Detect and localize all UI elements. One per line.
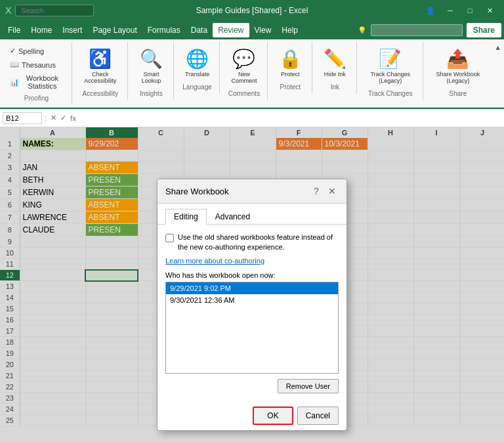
minimize-btn[interactable]: ─ (441, 4, 459, 17)
users-list-box[interactable]: 9/29/2021 9:02 PM 9/30/2021 12:36 AM (165, 282, 339, 374)
menu-review[interactable]: Review (213, 23, 249, 37)
thesaurus-icon: 📖 (10, 60, 19, 69)
name-box[interactable] (3, 112, 42, 124)
ribbon-proofing-group: ✓ Spelling 📖 Thesaurus 📊 Workbook Statis… (1, 42, 72, 104)
window-controls: 👤 ─ □ ✕ (421, 4, 499, 17)
ribbon-language-group: 🌐 Translate Language (175, 42, 220, 93)
tell-me-input[interactable] (371, 24, 463, 36)
thesaurus-button[interactable]: 📖 Thesaurus (7, 58, 66, 71)
dialog-title-bar: Share Workbook ? ✕ (158, 179, 346, 204)
remove-user-button[interactable]: Remove User (278, 379, 339, 393)
hide-ink-button[interactable]: ✏️ Hide Ink (319, 45, 351, 81)
close-btn[interactable]: ✕ (480, 4, 499, 17)
cancel-formula-btn[interactable]: ✕ (49, 112, 58, 123)
new-comment-button[interactable]: 💬 New Comment (226, 45, 262, 87)
workbook-stats-icon: 📊 (10, 78, 19, 87)
main-layout: : ✕ ✓ fx A B C D E F G (0, 109, 504, 442)
track-changes-icon: 📝 (379, 48, 402, 70)
track-changes-label: Track Changes (368, 90, 412, 97)
remove-user-row: Remove User (165, 379, 339, 393)
ribbon-proofing-items: ✓ Spelling 📖 Thesaurus 📊 Workbook Statis… (7, 45, 66, 92)
ribbon-share-group: 📤 Share Workbook (Legacy) Share (425, 42, 492, 100)
ok-button[interactable]: OK (253, 407, 293, 425)
formula-separator: : (45, 114, 47, 123)
co-authoring-link[interactable]: Learn more about co-authoring (165, 257, 339, 265)
lightbulb-icon: 💡 (358, 26, 367, 35)
title-bar: X Sample Guides [Shared] - Excel 👤 ─ □ ✕ (0, 0, 504, 21)
ribbon-track-changes-group: 📝 Track Changes (Legacy) Track Changes (358, 42, 423, 100)
menu-home[interactable]: Home (26, 23, 57, 37)
checkbox-label: Use the old shared workbooks feature ins… (178, 232, 339, 252)
dialog-help-btn[interactable]: ? (310, 185, 323, 198)
menu-page-layout[interactable]: Page Layout (87, 23, 142, 37)
dialog-title: Share Workbook (165, 187, 229, 196)
profile-btn[interactable]: 👤 (421, 4, 440, 17)
share-workbook-icon: 📤 (446, 48, 469, 70)
checkbox-row: Use the old shared workbooks feature ins… (165, 232, 339, 252)
spelling-icon: ✓ (10, 47, 16, 55)
menu-file[interactable]: File (3, 23, 26, 37)
menu-help[interactable]: Help (276, 23, 303, 37)
formula-bar-controls: ✕ ✓ fx (49, 112, 77, 123)
dialog-tab-editing[interactable]: Editing (165, 209, 207, 225)
old-feature-checkbox[interactable] (165, 234, 174, 242)
title-search-input[interactable] (15, 5, 94, 16)
translate-icon: 🌐 (186, 48, 209, 70)
protect-icon: 🔒 (279, 48, 302, 70)
grid-area: A B C D E F G H I J 1NAMES:9/29/2029/3/2… (0, 127, 504, 442)
smart-lookup-button[interactable]: 🔍 Smart Lookup (135, 45, 168, 87)
share-button[interactable]: Share (467, 23, 501, 37)
ribbon-comments-group: 💬 New Comment Comments (221, 42, 268, 100)
dialog-overlay: Share Workbook ? ✕ Editing Advanced Use … (0, 127, 504, 442)
ribbon-collapse-button[interactable]: ▲ (493, 42, 503, 53)
smart-lookup-icon: 🔍 (140, 48, 163, 70)
translate-button[interactable]: 🌐 Translate (180, 45, 214, 81)
formula-bar: : ✕ ✓ fx (0, 109, 504, 127)
protect-label: Protect (280, 83, 301, 91)
ribbon-protect-group: 🔒 Protect Protect (269, 42, 312, 93)
user-item-0[interactable]: 9/29/2021 9:02 PM (166, 282, 338, 294)
language-label: Language (182, 83, 212, 91)
dialog-controls: ? ✕ (310, 185, 339, 198)
track-changes-button[interactable]: 📝 Track Changes (Legacy) (364, 45, 417, 87)
menu-insert[interactable]: Insert (57, 23, 87, 37)
dialog-footer: OK Cancel (158, 401, 346, 430)
workbook-stats-button[interactable]: 📊 Workbook Statistics (7, 72, 66, 92)
maximize-btn[interactable]: □ (461, 4, 479, 17)
ribbon-accessibility-group: ♿ Check Accessibility Accessibility (74, 42, 128, 100)
dialog-action-buttons: OK Cancel (165, 407, 339, 425)
ribbon-insights-group: 🔍 Smart Lookup Insights (129, 42, 174, 100)
share-label: Share (450, 90, 467, 97)
ribbon: ✓ Spelling 📖 Thesaurus 📊 Workbook Statis… (0, 39, 504, 109)
insights-label: Insights (140, 90, 162, 97)
ink-label: Ink (331, 83, 339, 91)
hide-ink-icon: ✏️ (324, 48, 346, 70)
proofing-small-group: ✓ Spelling 📖 Thesaurus 📊 Workbook Statis… (7, 45, 66, 92)
accessibility-label: Accessibility (83, 90, 118, 97)
formula-input[interactable] (80, 112, 501, 124)
menu-data[interactable]: Data (186, 23, 213, 37)
dialog-tab-advanced[interactable]: Advanced (207, 209, 259, 225)
new-comment-icon: 💬 (232, 48, 255, 70)
accessibility-icon: ♿ (89, 48, 112, 70)
cancel-button[interactable]: Cancel (297, 407, 339, 425)
protect-button[interactable]: 🔒 Protect (274, 45, 306, 81)
confirm-formula-btn[interactable]: ✓ (59, 112, 68, 123)
dialog-close-btn[interactable]: ✕ (326, 185, 339, 198)
dialog-content: Use the old shared workbooks feature ins… (158, 225, 346, 401)
share-workbook-dialog: Share Workbook ? ✕ Editing Advanced Use … (157, 179, 347, 431)
check-accessibility-button[interactable]: ♿ Check Accessibility (79, 45, 122, 87)
menu-formulas[interactable]: Formulas (142, 23, 186, 37)
insert-function-btn[interactable]: fx (69, 112, 77, 123)
ribbon-ink-group: ✏️ Hide Ink Ink (314, 42, 357, 93)
spelling-button[interactable]: ✓ Spelling (7, 45, 66, 57)
menu-bar: File Home Insert Page Layout Formulas Da… (0, 21, 504, 39)
menu-view[interactable]: View (249, 23, 277, 37)
dialog-tabs: Editing Advanced (158, 204, 346, 225)
who-has-open-label: Who has this workbook open now: (165, 271, 339, 279)
proofing-label: Proofing (24, 95, 49, 102)
comments-label: Comments (228, 90, 260, 97)
share-workbook-button[interactable]: 📤 Share Workbook (Legacy) (430, 45, 486, 87)
title-text: Sample Guides [Shared] - Excel (196, 6, 308, 15)
user-item-1[interactable]: 9/30/2021 12:36 AM (166, 294, 338, 306)
